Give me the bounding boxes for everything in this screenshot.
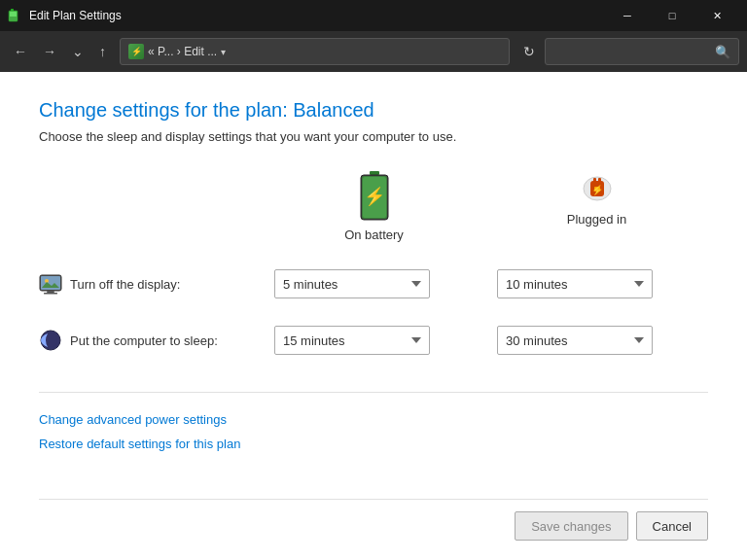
minimize-button[interactable]: ─ <box>605 0 650 31</box>
svg-rect-2 <box>11 9 14 11</box>
divider <box>39 392 708 393</box>
display-plugged-select[interactable]: 10 minutes 1 minute 2 minutes 5 minutes … <box>497 269 653 298</box>
plugged-in-header: ⚡ Plugged in <box>485 171 708 256</box>
svg-rect-10 <box>593 178 596 183</box>
cancel-button[interactable]: Cancel <box>636 511 708 541</box>
plug-icon: ⚡ <box>578 171 617 206</box>
battery-icon: ⚡ <box>359 171 390 222</box>
sleep-label-cell: Put the computer to sleep: <box>39 312 263 368</box>
recent-locations-button[interactable]: ⌄ <box>66 40 89 63</box>
svg-text:⚡: ⚡ <box>591 184 604 196</box>
page-title: Change settings for the plan: Balanced <box>39 99 708 122</box>
search-icon[interactable]: 🔍 <box>715 45 730 59</box>
svg-rect-1 <box>10 12 17 17</box>
display-battery-select[interactable]: 5 minutes 1 minute 2 minutes 3 minutes 1… <box>274 269 430 298</box>
svg-text:⚡: ⚡ <box>364 186 386 207</box>
address-dropdown[interactable]: ▾ <box>217 37 373 66</box>
close-button[interactable]: ✕ <box>694 0 739 31</box>
up-button[interactable]: ↑ <box>93 40 112 63</box>
svg-rect-3 <box>370 171 379 175</box>
svg-rect-17 <box>44 293 57 295</box>
title-bar: Edit Plan Settings ─ □ ✕ <box>0 0 747 31</box>
sleep-label: Put the computer to sleep: <box>70 333 218 348</box>
on-battery-label: On battery <box>344 228 404 242</box>
restore-defaults-link[interactable]: Restore default settings for this plan <box>39 437 240 451</box>
sleep-battery-select[interactable]: 15 minutes 1 minute 5 minutes 10 minutes… <box>274 326 430 355</box>
display-icon <box>39 272 62 296</box>
forward-button[interactable]: → <box>37 40 62 63</box>
link-section: Change advanced power settings Restore d… <box>39 412 708 451</box>
svg-rect-11 <box>598 178 601 183</box>
window-title: Edit Plan Settings <box>29 9 605 22</box>
svg-rect-16 <box>47 291 54 293</box>
sleep-battery-cell: 15 minutes 1 minute 5 minutes 10 minutes… <box>263 312 485 368</box>
maximize-button[interactable]: □ <box>650 0 694 31</box>
breadcrumb: ⚡ « P... › Edit ... <box>128 44 217 59</box>
search-box[interactable]: 🔍 <box>545 38 739 65</box>
display-battery-cell: 5 minutes 1 minute 2 minutes 3 minutes 1… <box>263 256 485 312</box>
sleep-icon <box>39 329 62 352</box>
display-plugged-cell: 10 minutes 1 minute 2 minutes 5 minutes … <box>485 256 708 312</box>
main-content: Change settings for the plan: Balanced C… <box>0 72 747 560</box>
sleep-plugged-select[interactable]: 30 minutes 1 minute 5 minutes 10 minutes… <box>497 326 653 355</box>
sleep-plugged-cell: 30 minutes 1 minute 5 minutes 10 minutes… <box>485 312 708 368</box>
address-bar-input[interactable]: ⚡ « P... › Edit ... ▾ <box>120 38 510 65</box>
refresh-button[interactable]: ↻ <box>517 40 541 63</box>
on-battery-header: ⚡ On battery <box>263 171 485 256</box>
save-button[interactable]: Save changes <box>515 511 627 541</box>
display-label-cell: Turn off the display: <box>39 256 263 312</box>
page-subtitle: Choose the sleep and display settings th… <box>39 129 708 144</box>
address-bar: ← → ⌄ ↑ ⚡ « P... › Edit ... ▾ ↻ 🔍 <box>0 31 747 72</box>
plugged-in-label: Plugged in <box>567 212 626 227</box>
app-icon <box>8 8 23 23</box>
search-input[interactable] <box>553 45 715 58</box>
bottom-bar: Save changes Cancel <box>39 499 708 541</box>
display-label: Turn off the display: <box>70 277 180 292</box>
back-button[interactable]: ← <box>8 40 33 63</box>
breadcrumb-icon: ⚡ <box>128 44 144 59</box>
settings-grid: ⚡ On battery ⚡ Plugged in <box>39 171 708 368</box>
label-spacer <box>39 171 263 256</box>
window-controls: ─ □ ✕ <box>605 0 739 31</box>
advanced-settings-link[interactable]: Change advanced power settings <box>39 412 227 427</box>
